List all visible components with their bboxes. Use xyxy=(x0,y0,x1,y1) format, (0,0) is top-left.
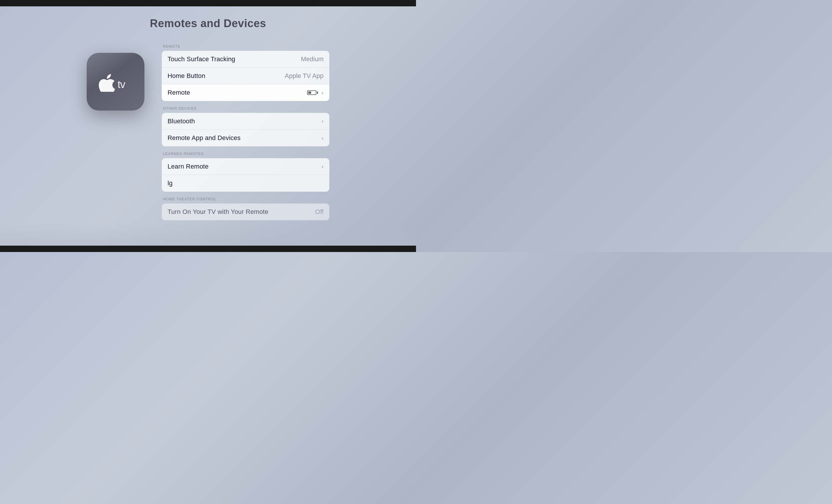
home-theater-section-label: HOME THEATER CONTROL xyxy=(162,197,329,201)
learn-remote-label: Learn Remote xyxy=(167,163,209,170)
touch-surface-tracking-item[interactable]: Touch Surface Tracking Medium xyxy=(162,51,329,67)
remote-item[interactable]: Remote › xyxy=(162,84,329,101)
home-button-right: Apple TV App xyxy=(285,72,323,80)
home-button-item[interactable]: Home Button Apple TV App xyxy=(162,67,329,84)
remote-label: Remote xyxy=(167,89,190,96)
other-devices-menu-group: Bluetooth › Remote App and Devices › xyxy=(162,113,329,146)
home-theater-menu-group: Turn On Your TV with Your Remote Off xyxy=(162,203,329,220)
svg-text:tv: tv xyxy=(118,79,126,90)
apple-tv-icon: tv xyxy=(87,53,145,111)
bluetooth-chevron-icon: › xyxy=(321,118,323,124)
lg-item[interactable]: lg xyxy=(162,175,329,192)
remote-chevron-icon: › xyxy=(321,89,323,96)
lg-label: lg xyxy=(167,179,173,187)
remote-app-and-devices-chevron-icon: › xyxy=(321,135,323,141)
bottom-fade xyxy=(0,223,416,246)
touch-surface-tracking-right: Medium xyxy=(301,55,323,63)
content-area: tv REMOTE Touch Surface Tracking Medium … xyxy=(0,30,416,220)
touch-surface-tracking-label: Touch Surface Tracking xyxy=(167,55,235,63)
learn-remote-item[interactable]: Learn Remote › xyxy=(162,158,329,175)
home-button-value: Apple TV App xyxy=(285,72,323,80)
touch-surface-tracking-value: Medium xyxy=(301,55,323,63)
home-button-label: Home Button xyxy=(167,72,205,80)
learned-remotes-menu-group: Learn Remote › lg xyxy=(162,158,329,192)
turn-on-tv-item[interactable]: Turn On Your TV with Your Remote Off xyxy=(162,203,329,220)
bluetooth-label: Bluetooth xyxy=(167,117,195,125)
settings-panel: REMOTE Touch Surface Tracking Medium Hom… xyxy=(162,44,329,220)
remote-menu-group: Touch Surface Tracking Medium Home Butto… xyxy=(162,51,329,101)
turn-on-tv-label: Turn On Your TV with Your Remote xyxy=(167,208,268,216)
remote-app-and-devices-label: Remote App and Devices xyxy=(167,134,241,142)
other-devices-section-label: OTHER DEVICES xyxy=(162,106,329,111)
bluetooth-right: › xyxy=(321,118,323,124)
remote-app-and-devices-item[interactable]: Remote App and Devices › xyxy=(162,130,329,146)
learn-remote-right: › xyxy=(321,163,323,170)
remote-app-and-devices-right: › xyxy=(321,135,323,141)
remote-section-label: REMOTE xyxy=(162,44,329,49)
learned-remotes-section-label: LEARNED REMOTES xyxy=(162,151,329,156)
bluetooth-item[interactable]: Bluetooth › xyxy=(162,113,329,130)
turn-on-tv-right: Off xyxy=(315,208,323,216)
battery-icon xyxy=(307,90,318,95)
page-title: Remotes and Devices xyxy=(0,0,416,30)
turn-on-tv-value: Off xyxy=(315,208,323,216)
learn-remote-chevron-icon: › xyxy=(321,163,323,170)
remote-right: › xyxy=(307,89,323,96)
